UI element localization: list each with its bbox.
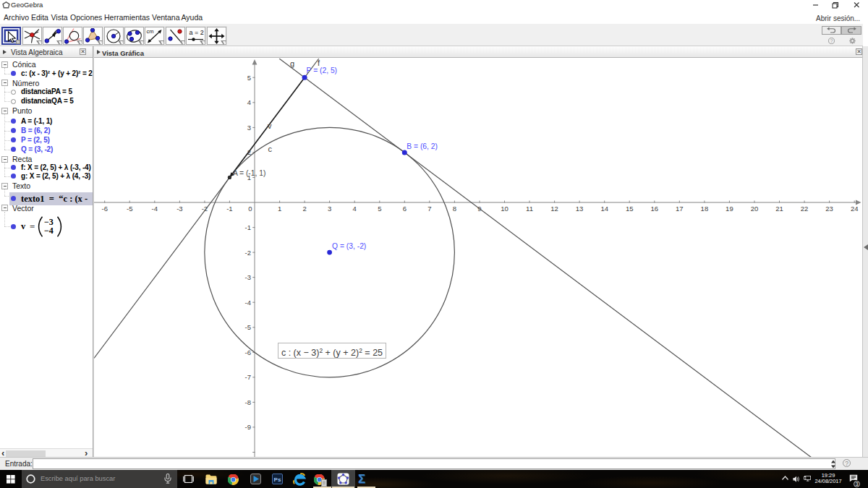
svg-text:4: 4 bbox=[247, 98, 251, 106]
svg-text:-9: -9 bbox=[245, 423, 251, 431]
svg-text:3: 3 bbox=[328, 204, 331, 212]
svg-text:21: 21 bbox=[775, 204, 783, 212]
svg-text:-2: -2 bbox=[245, 248, 251, 256]
svg-text:16: 16 bbox=[651, 204, 659, 212]
svg-text:1: 1 bbox=[278, 204, 281, 212]
svg-text:7: 7 bbox=[427, 204, 431, 212]
svg-text:Ps: Ps bbox=[274, 476, 281, 483]
svg-text:5: 5 bbox=[247, 73, 251, 81]
svg-text:P = (2, 5): P = (2, 5) bbox=[307, 67, 337, 74]
svg-text:23: 23 bbox=[825, 204, 833, 212]
svg-text:-8: -8 bbox=[245, 398, 251, 406]
svg-text:5: 5 bbox=[378, 204, 381, 212]
svg-text:Q = (3, -2): Q = (3, -2) bbox=[332, 242, 366, 250]
svg-text:0: 0 bbox=[248, 204, 252, 212]
svg-text:c: c bbox=[268, 145, 273, 153]
svg-text:10: 10 bbox=[501, 204, 509, 212]
svg-text:-1: -1 bbox=[226, 204, 232, 212]
svg-text:22: 22 bbox=[801, 204, 809, 212]
svg-text:8: 8 bbox=[453, 204, 456, 212]
svg-text:11: 11 bbox=[526, 204, 533, 212]
svg-text:12: 12 bbox=[550, 204, 558, 212]
svg-text:-7: -7 bbox=[245, 373, 251, 381]
svg-text:6: 6 bbox=[403, 204, 407, 212]
svg-text:a = 2: a = 2 bbox=[190, 29, 204, 36]
svg-text:-4: -4 bbox=[152, 204, 158, 212]
svg-text:18: 18 bbox=[701, 204, 709, 212]
svg-text:v: v bbox=[268, 121, 272, 129]
svg-text:3: 3 bbox=[247, 123, 251, 131]
svg-text:-1: -1 bbox=[245, 223, 251, 231]
svg-text:cm: cm bbox=[147, 28, 154, 35]
svg-text:19: 19 bbox=[726, 204, 733, 212]
svg-text:4: 4 bbox=[353, 204, 357, 212]
svg-text:13: 13 bbox=[576, 204, 584, 212]
svg-text:14: 14 bbox=[600, 204, 608, 212]
svg-text:15: 15 bbox=[626, 204, 634, 212]
svg-text:-4: -4 bbox=[245, 298, 251, 306]
svg-text:-3: -3 bbox=[245, 273, 251, 281]
svg-text:g: g bbox=[290, 59, 294, 68]
svg-text:-5: -5 bbox=[127, 204, 132, 212]
svg-text:A = (-1, 1): A = (-1, 1) bbox=[233, 169, 266, 177]
svg-text:?: ? bbox=[830, 38, 833, 43]
svg-text:f: f bbox=[318, 59, 320, 67]
svg-text:B = (6, 2): B = (6, 2) bbox=[407, 142, 438, 150]
svg-text:-6: -6 bbox=[101, 204, 107, 212]
svg-text:-3: -3 bbox=[176, 204, 182, 212]
svg-text:24: 24 bbox=[851, 204, 859, 212]
svg-text:-6: -6 bbox=[245, 348, 251, 356]
svg-text:2: 2 bbox=[302, 204, 306, 212]
svg-text:-5: -5 bbox=[245, 323, 251, 331]
svg-text:20: 20 bbox=[751, 204, 759, 212]
svg-text:17: 17 bbox=[676, 204, 684, 212]
